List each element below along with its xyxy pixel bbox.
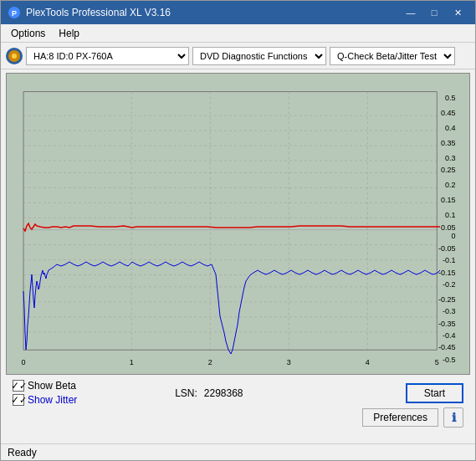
app-window: P PlexTools Professional XL V3.16 — □ ✕ … [0,0,476,461]
info-button[interactable]: ℹ [443,407,463,428]
show-jitter-row: ✓ Show Jitter [13,394,175,406]
svg-text:5: 5 [435,358,439,366]
drive-icon [6,48,23,64]
drive-selector: HA:8 ID:0 PX-760A [6,47,189,65]
svg-rect-4 [7,74,469,374]
svg-text:0.3: 0.3 [445,154,456,162]
maximize-button[interactable]: □ [423,4,445,21]
bottom-panel: ✓ Show Beta ✓ Show Jitter LSN: 2298368 S… [1,376,475,443]
svg-text:-0.25: -0.25 [438,295,456,304]
svg-text:-0.1: -0.1 [443,256,456,264]
svg-text:-0.45: -0.45 [438,343,456,351]
svg-text:-0.05: -0.05 [438,244,456,253]
svg-text:0.25: 0.25 [441,166,456,174]
start-button[interactable]: Start [406,383,463,403]
svg-text:0.35: 0.35 [441,139,456,147]
window-title: PlexTools Professional XL V3.16 [26,7,400,18]
svg-text:1: 1 [130,358,134,366]
show-jitter-label: Show Jitter [28,394,77,406]
svg-text:0: 0 [21,358,25,366]
preferences-button[interactable]: Preferences [362,408,438,427]
status-text: Ready [8,447,37,458]
show-jitter-checkbox[interactable]: ✓ [13,394,24,406]
mid-left: ✓ Show Beta ✓ Show Jitter [13,380,175,406]
svg-point-3 [12,54,17,59]
menu-options[interactable]: Options [4,26,52,41]
svg-text:-0.4: -0.4 [443,331,456,340]
svg-text:-0.15: -0.15 [438,269,456,277]
title-bar: P PlexTools Professional XL V3.16 — □ ✕ [1,1,475,24]
svg-text:0.15: 0.15 [441,196,456,204]
svg-text:P: P [12,9,17,18]
svg-text:0.5: 0.5 [445,94,456,102]
lsn-label: LSN: [175,387,197,399]
svg-text:0.1: 0.1 [445,211,456,219]
close-button[interactable]: ✕ [447,4,468,21]
drive-dropdown[interactable]: HA:8 ID:0 PX-760A [26,47,189,65]
svg-text:3: 3 [287,358,291,366]
svg-text:0.05: 0.05 [441,223,456,232]
svg-text:4: 4 [366,358,370,366]
functions-dropdown[interactable]: DVD Diagnostic Functions [192,47,326,65]
show-beta-checkbox[interactable]: ✓ [13,380,24,392]
menu-help[interactable]: Help [52,26,86,41]
main-content: High Low [1,69,475,443]
buttons-row: Preferences ℹ [6,407,470,431]
show-beta-row: ✓ Show Beta [13,380,175,392]
minimize-button[interactable]: — [400,4,422,21]
svg-text:0.45: 0.45 [441,109,456,117]
svg-text:-0.2: -0.2 [443,280,456,289]
svg-text:0: 0 [451,232,455,240]
toolbar: HA:8 ID:0 PX-760A DVD Diagnostic Functio… [1,43,475,69]
lsn-value: 2298368 [204,387,243,399]
svg-text:2: 2 [208,358,212,366]
svg-text:-0.35: -0.35 [438,320,456,328]
status-bar: Ready [1,443,475,460]
svg-text:0.2: 0.2 [445,181,456,189]
show-beta-label: Show Beta [28,380,76,392]
menu-bar: Options Help [1,24,475,43]
window-controls: — □ ✕ [400,4,468,21]
lsn-section: LSN: 2298368 [175,387,243,399]
mid-row: ✓ Show Beta ✓ Show Jitter LSN: 2298368 S… [6,376,470,407]
svg-text:-0.3: -0.3 [443,307,456,315]
test-dropdown[interactable]: Q-Check Beta/Jitter Test [330,47,455,65]
svg-text:0.4: 0.4 [445,124,456,132]
chart-area: High Low [6,73,470,375]
chart-svg: 0.5 0.45 0.4 0.35 0.3 0.25 0.2 0.15 0.1 … [7,74,469,374]
app-icon: P [8,6,21,19]
svg-text:-0.5: -0.5 [443,356,456,364]
